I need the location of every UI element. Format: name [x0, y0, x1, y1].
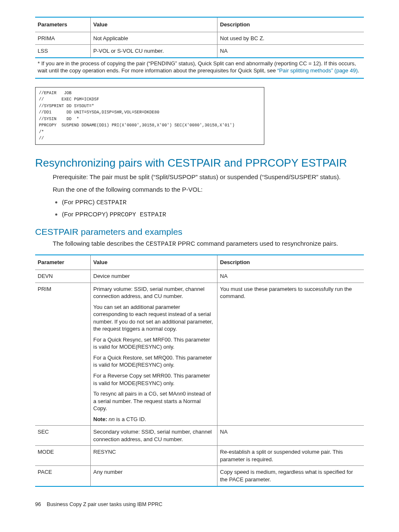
table-row: SEC Secondary volume: SSID, serial numbe… [35, 426, 364, 446]
value-p: Primary volume: SSID, serial number, cha… [93, 285, 215, 300]
page-footer: 96 Business Copy Z pair user tasks using… [35, 501, 364, 508]
cell: Any number [91, 466, 217, 486]
command-list: (For PPRC) CESTPAIR (For PPRCOPY) PPRCOP… [62, 198, 364, 219]
cell: Not used by BC Z. [217, 32, 364, 45]
intro-text: The following table describes the CESTPA… [53, 239, 364, 249]
run-text: Run the one of the following commands to… [53, 185, 364, 194]
value-p: Note: nn is a CTG ID. [93, 416, 215, 423]
table-footnote: * If you are in the process of copying t… [35, 58, 364, 79]
section-heading-resync: Resynchronizing pairs with CESTPAIR and … [35, 156, 364, 170]
table-row: LSS P-VOL or S-VOL CU number. NA [35, 45, 364, 58]
bullet-label: (For PPRC) [62, 198, 97, 206]
table-row: DEVN Device number NA [35, 270, 364, 283]
cell: RESYNC [91, 446, 217, 466]
cell: P-VOL or S-VOL CU number. [91, 45, 217, 58]
bullet-code: CESTPAIR [97, 199, 127, 206]
footnote-post: . [358, 67, 359, 74]
th-description: Description [217, 17, 364, 32]
cell: Device number [91, 270, 217, 283]
cell: PRIM [35, 283, 91, 426]
th-value: Value [91, 17, 217, 32]
table-row: PRIM Primary volume: SSID, serial number… [35, 283, 364, 426]
value-p: You can set an additional parameter corr… [93, 303, 215, 333]
bullet-code: PPRCOPY ESTPAIR [110, 211, 166, 218]
cell: Re-establish a split or suspended volume… [217, 446, 364, 466]
txt-ital: nn [107, 416, 115, 422]
footer-title: Business Copy Z pair user tasks using IB… [47, 501, 163, 507]
th-description: Description [217, 255, 364, 270]
value-p: For a Quick Restore, set MRQ00. This par… [93, 354, 215, 369]
cell: Copy speed is medium, regardless what is… [217, 466, 364, 486]
prereq-text: Prerequisite: The pair must be split (“S… [53, 173, 364, 181]
value-p: For a Reverse Copy set MRR00. This param… [93, 372, 215, 387]
table-row: MODE RESYNC Re-establish a split or susp… [35, 446, 364, 466]
code-block: //EPAIR JOB // EXEC PGM=ICKDSF //SYSPRIN… [35, 87, 264, 145]
table-row: PACE Any number Copy speed is medium, re… [35, 466, 364, 486]
value-p: To resync all pairs in a CG, set MAnn0 i… [93, 390, 215, 412]
page-number: 96 [35, 501, 41, 507]
cell: SEC [35, 426, 91, 446]
list-item: (For PPRCOPY) PPRCOPY ESTPAIR [62, 210, 364, 219]
cell: PACE [35, 466, 91, 486]
cell: DEVN [35, 270, 91, 283]
cestpair-parameters-table: Parameter Value Description DEVN Device … [35, 254, 364, 486]
intro-code: CESTPAIR [146, 241, 176, 248]
cell: Secondary volume: SSID, serial number, c… [91, 426, 217, 446]
intro-a: The following table describes the [53, 240, 146, 247]
cell: NA [217, 426, 364, 446]
value-p: For a Quick Resync, set MRF00. This para… [93, 336, 215, 351]
cell: PRIMA [35, 32, 91, 45]
cell: NA [217, 270, 364, 283]
txt: is a CTG ID. [115, 416, 146, 422]
bullet-label: (For PPRCOPY) [62, 211, 110, 218]
cell: MODE [35, 446, 91, 466]
th-parameter: Parameter [35, 255, 91, 270]
intro-c: PPRC command parameters used to resynchr… [176, 240, 338, 247]
th-parameters: Parameters [35, 17, 91, 32]
list-item: (For PPRC) CESTPAIR [62, 198, 364, 207]
footnote-link[interactable]: “Pair splitting methods” (page 49) [277, 67, 358, 74]
cell: Not Applicable [91, 32, 217, 45]
cell: LSS [35, 45, 91, 58]
cell: You must use these parameters to success… [217, 283, 364, 426]
note-label: Note: [93, 416, 107, 422]
txt-ital: nn [176, 391, 182, 397]
cell: Primary volume: SSID, serial number, cha… [91, 283, 217, 426]
th-value: Value [91, 255, 217, 270]
parameters-table-1: Parameters Value Description PRIMA Not A… [35, 17, 364, 58]
txt: To resync all pairs in a CG, set MA [93, 391, 176, 397]
cell: NA [217, 45, 364, 58]
table-row: PRIMA Not Applicable Not used by BC Z. [35, 32, 364, 45]
subsection-heading-cestpair: CESTPAIR parameters and examples [35, 226, 364, 238]
